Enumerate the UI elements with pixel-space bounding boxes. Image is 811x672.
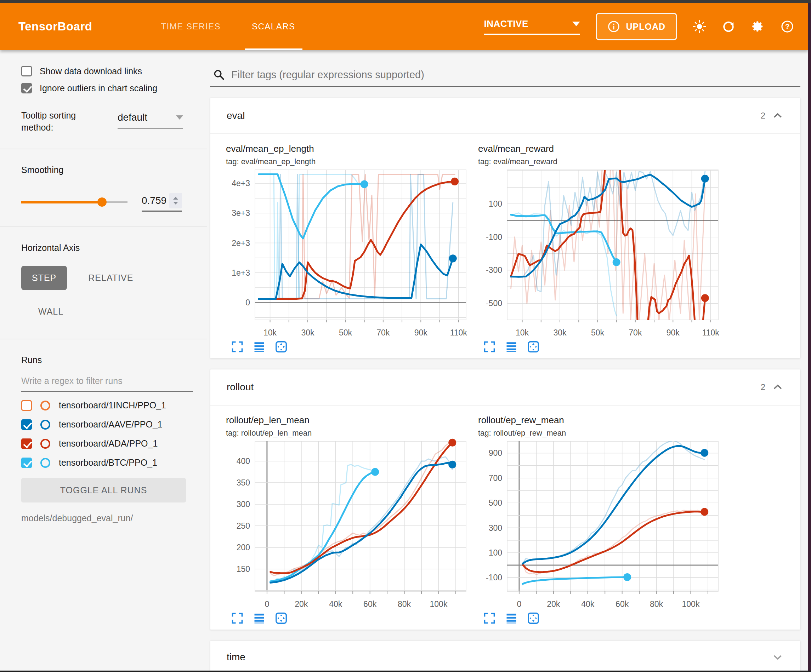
section-title: eval xyxy=(227,110,245,121)
refresh-icon[interactable] xyxy=(722,20,735,33)
brightness-icon[interactable] xyxy=(693,20,706,33)
line-chart[interactable]: 10k30k50k70k90k110k-500-300-100100 xyxy=(478,167,723,340)
svg-text:10k: 10k xyxy=(516,328,529,337)
slider-thumb[interactable] xyxy=(97,198,107,207)
expand-chart-icon[interactable] xyxy=(231,612,244,625)
tooltip-sorting-select[interactable]: default xyxy=(117,112,183,129)
line-chart[interactable]: 10k30k50k70k90k110k01e+32e+33e+34e+3 xyxy=(226,167,471,340)
upload-button[interactable]: UPLOAD xyxy=(596,13,677,41)
runs-regex-input[interactable] xyxy=(21,372,193,392)
stepper-up-icon[interactable] xyxy=(173,197,178,200)
axis-relative-button[interactable]: RELATIVE xyxy=(78,266,144,290)
fit-domain-icon[interactable] xyxy=(275,340,288,353)
chevron-down-icon[interactable] xyxy=(772,651,784,663)
tag-filter-row xyxy=(210,66,800,87)
show-download-links-checkbox[interactable] xyxy=(21,66,32,76)
expand-chart-icon[interactable] xyxy=(483,612,496,625)
run-label: tensorboard/AAVE/PPO_1 xyxy=(59,419,163,430)
svg-text:50k: 50k xyxy=(591,328,604,337)
chevron-down-icon xyxy=(572,22,580,26)
smoothing-value-input[interactable] xyxy=(142,195,169,206)
tooltip-sorting-label: Tooltip sorting method: xyxy=(21,110,110,134)
svg-text:700: 700 xyxy=(489,474,502,483)
svg-text:80k: 80k xyxy=(398,599,411,609)
run-color-ring-icon xyxy=(41,439,50,449)
run-item-aave[interactable]: tensorboard/AAVE/PPO_1 xyxy=(21,419,193,430)
svg-text:60k: 60k xyxy=(363,599,377,609)
svg-text:200: 200 xyxy=(237,543,250,552)
runs-table-icon[interactable] xyxy=(505,612,518,625)
chart-title: eval/mean_ep_length xyxy=(226,143,471,154)
run-checkbox[interactable] xyxy=(21,457,32,468)
tab-scalars[interactable]: SCALARS xyxy=(236,3,311,50)
run-item-1inch[interactable]: tensorboard/1INCH/PPO_1 xyxy=(21,400,193,411)
chart-tag: tag: rollout/ep_len_mean xyxy=(226,428,471,438)
sidebar-divider xyxy=(0,227,207,227)
chart-tag: tag: rollout/ep_rew_mean xyxy=(478,428,723,438)
smoothing-slider[interactable] xyxy=(21,197,127,207)
chart-rollout-ep-rew-mean: rollout/ep_rew_mean tag: rollout/ep_rew_… xyxy=(478,415,723,625)
axis-step-button[interactable]: STEP xyxy=(21,266,67,290)
run-checkbox[interactable] xyxy=(21,419,32,430)
top-tabs: TIME SERIES SCALARS xyxy=(145,3,310,50)
search-icon xyxy=(213,69,225,81)
runs-table-icon[interactable] xyxy=(505,340,518,353)
svg-text:90k: 90k xyxy=(667,328,680,337)
run-checkbox[interactable] xyxy=(21,400,32,411)
svg-text:40k: 40k xyxy=(329,599,343,609)
svg-text:0: 0 xyxy=(265,599,270,609)
line-chart[interactable]: 020k40k60k80k100k-100100300500700900 xyxy=(478,438,723,612)
svg-text:500: 500 xyxy=(489,498,502,508)
toggle-all-runs-button[interactable]: TOGGLE ALL RUNS xyxy=(21,478,186,503)
stepper-down-icon[interactable] xyxy=(173,202,178,205)
fit-domain-icon[interactable] xyxy=(527,340,540,353)
run-item-btc[interactable]: tensorboard/BTC/PPO_1 xyxy=(21,457,193,468)
expand-chart-icon[interactable] xyxy=(483,340,496,353)
svg-text:30k: 30k xyxy=(301,328,314,337)
svg-text:100k: 100k xyxy=(430,599,448,609)
section-header-rollout[interactable]: rollout 2 xyxy=(210,369,800,405)
section-header-eval[interactable]: eval 2 xyxy=(210,98,800,134)
runs-label: Runs xyxy=(21,355,193,365)
sidebar-divider xyxy=(0,149,207,149)
checkbox-label: Ignore outliers in chart scaling xyxy=(40,83,157,93)
fit-domain-icon[interactable] xyxy=(275,612,288,625)
section-count-badge: 2 xyxy=(761,111,765,121)
run-item-ada[interactable]: tensorboard/ADA/PPO_1 xyxy=(21,438,193,449)
tooltip-sorting-value: default xyxy=(117,112,147,123)
svg-text:20k: 20k xyxy=(295,599,308,609)
run-color-ring-icon xyxy=(41,401,50,410)
axis-wall-button[interactable]: WALL xyxy=(28,300,74,324)
chevron-up-icon[interactable] xyxy=(772,381,784,393)
show-download-links-row[interactable]: Show data download links xyxy=(21,66,193,76)
svg-text:900: 900 xyxy=(489,449,502,457)
number-stepper[interactable] xyxy=(169,193,182,208)
runs-table-icon[interactable] xyxy=(253,340,266,353)
chevron-up-icon[interactable] xyxy=(772,110,784,122)
upload-label: UPLOAD xyxy=(626,22,665,32)
svg-text:-100: -100 xyxy=(486,573,502,582)
run-checkbox[interactable] xyxy=(21,438,32,449)
checkbox-label: Show data download links xyxy=(40,66,142,76)
section-header-time[interactable]: time xyxy=(210,641,800,670)
ignore-outliers-checkbox[interactable] xyxy=(21,83,32,93)
chart-rollout-ep-len-mean: rollout/ep_len_mean tag: rollout/ep_len_… xyxy=(226,415,471,625)
svg-text:300: 300 xyxy=(237,500,250,509)
tab-time-series[interactable]: TIME SERIES xyxy=(145,3,236,50)
status-dropdown[interactable]: INACTIVE xyxy=(484,19,580,35)
tag-filter-input[interactable] xyxy=(231,69,799,81)
fit-domain-icon[interactable] xyxy=(527,612,540,625)
line-chart[interactable]: 020k40k60k80k100k150200250300350400 xyxy=(226,438,471,612)
help-icon[interactable]: ? xyxy=(780,20,794,33)
svg-text:4e+3: 4e+3 xyxy=(232,179,250,188)
svg-text:70k: 70k xyxy=(377,328,390,337)
svg-text:2e+3: 2e+3 xyxy=(232,239,250,248)
run-color-ring-icon xyxy=(41,458,50,468)
run-label: tensorboard/1INCH/PPO_1 xyxy=(59,400,166,410)
app-title: TensorBoard xyxy=(19,20,92,33)
desktop-bottom-strip xyxy=(0,670,811,672)
ignore-outliers-row[interactable]: Ignore outliers in chart scaling xyxy=(21,83,193,93)
expand-chart-icon[interactable] xyxy=(231,340,244,353)
settings-gear-icon[interactable] xyxy=(751,19,765,34)
runs-table-icon[interactable] xyxy=(253,612,266,625)
